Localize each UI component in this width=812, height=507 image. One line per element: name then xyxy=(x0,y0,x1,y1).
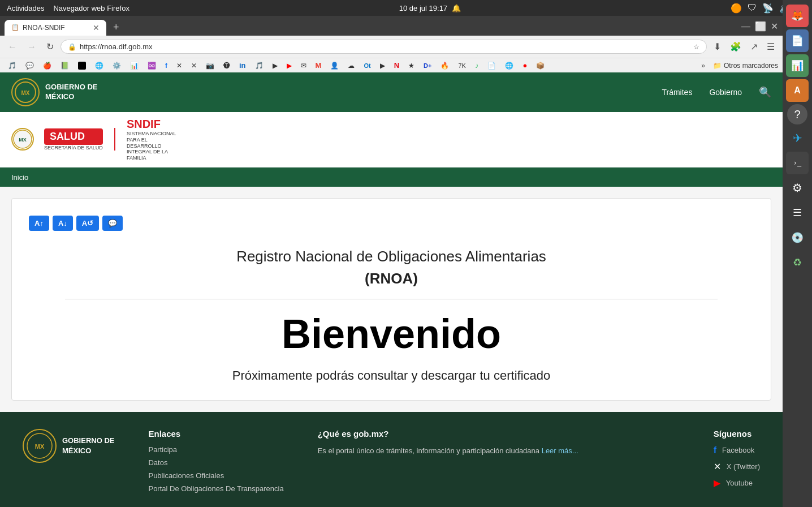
bookmark-x2[interactable]: ✕ xyxy=(188,61,200,71)
bookmark-fire[interactable]: 🔥 xyxy=(437,61,452,71)
bookmark-spotify[interactable]: ♪ xyxy=(472,60,482,71)
yt2-bookmark-icon: ▶ xyxy=(287,62,292,70)
menu-button[interactable]: ☰ xyxy=(763,39,778,54)
font-decrease-button[interactable]: A↓ xyxy=(53,216,73,231)
url-text: https://rnoa.dif.gob.mx xyxy=(80,42,690,51)
bookmark-gear[interactable]: ⚙️ xyxy=(109,61,124,71)
back-button[interactable]: ← xyxy=(5,40,20,54)
bookmark-mail[interactable]: ✉ xyxy=(297,61,310,71)
svg-text:MX: MX xyxy=(21,90,30,96)
minimize-button[interactable]: — xyxy=(741,22,750,32)
bookmark-facebook[interactable]: f xyxy=(162,61,171,71)
bookmark-yt2[interactable]: ▶ xyxy=(283,61,295,71)
otros-marcadores-button[interactable]: 📁 Otros marcadores xyxy=(713,62,778,70)
browser-name-label: Navegador web Firefox xyxy=(53,4,129,12)
bookmark-analytics[interactable]: 📊 xyxy=(127,61,142,71)
bookmark-threads[interactable]: 🅣 xyxy=(220,61,234,71)
footer-link-participa[interactable]: Participa xyxy=(148,445,283,454)
spreadsheet-sidebar-icon[interactable]: 📊 xyxy=(786,54,809,77)
new-tab-button[interactable]: + xyxy=(109,19,124,36)
comment-button[interactable]: 💬 xyxy=(102,216,123,231)
bookmark-cloud[interactable]: ☁ xyxy=(344,61,358,71)
bookmark-green[interactable]: 📗 xyxy=(57,61,72,71)
gov-emblem-small: MX xyxy=(11,128,34,151)
tab-bar: 📋 RNOA-SNDIF ✕ + — ⬜ ✕ xyxy=(5,19,778,36)
bookmark-globe2[interactable]: 🌐 xyxy=(502,61,517,71)
footer-facebook-link[interactable]: f Facebook xyxy=(714,445,760,456)
breadcrumb-inicio[interactable]: Inicio xyxy=(11,173,28,182)
telegram-sidebar-icon[interactable]: ✈ xyxy=(786,127,809,149)
bookmark-star-icon[interactable]: ☆ xyxy=(693,43,699,51)
bookmark-red[interactable]: ● xyxy=(519,60,530,71)
tramites-link[interactable]: Trámites xyxy=(662,88,692,97)
bookmark-black[interactable] xyxy=(75,61,89,71)
save-page-button[interactable]: ⬇ xyxy=(710,39,724,54)
youtube-footer-icon: ▶ xyxy=(714,478,720,488)
bookmark-fb2[interactable]: 📄 xyxy=(484,61,499,71)
close-window-button[interactable]: ✕ xyxy=(771,21,778,32)
share-button[interactable]: ↗ xyxy=(747,39,761,54)
footer-desc-text: Es el portal único de trámites, informac… xyxy=(318,446,539,455)
software-center-sidebar-icon[interactable]: A xyxy=(786,79,809,102)
bookmark-apple[interactable]: 🍎 xyxy=(40,61,55,71)
bookmark-amazon[interactable]: 7K xyxy=(455,61,469,70)
bookmark-infinity[interactable]: ♾️ xyxy=(144,61,159,71)
page-title: Registro Nacional de Obligaciones Alimen… xyxy=(29,248,754,265)
footer-enlaces-col: Enlaces Participa Datos Publicaciones Of… xyxy=(148,429,283,497)
bookmark-whatsapp[interactable]: 💬 xyxy=(22,61,37,71)
gov-search-icon[interactable]: 🔍 xyxy=(759,86,771,98)
bookmark-netflix[interactable]: N xyxy=(391,60,403,71)
settings-sidebar-icon[interactable]: ⚙ xyxy=(786,177,809,199)
footer-logo-line2: MÉXICO xyxy=(62,446,114,456)
bookmark-youtube[interactable]: ▶ xyxy=(269,61,281,71)
reload-button[interactable]: ↻ xyxy=(43,39,57,54)
list-sidebar-icon[interactable]: ☰ xyxy=(786,201,809,224)
bookmark-pkg[interactable]: 📦 xyxy=(533,61,548,71)
firefox-sidebar-icon[interactable]: 🦊 xyxy=(786,5,809,27)
address-bar[interactable]: 🔒 https://rnoa.dif.gob.mx ☆ xyxy=(61,40,707,54)
bookmark-star[interactable]: ★ xyxy=(405,61,418,71)
footer-youtube-link[interactable]: ▶ Youtube xyxy=(714,478,760,488)
bookmark-music[interactable]: 🎵 xyxy=(5,61,20,71)
activities-label[interactable]: Actividades xyxy=(7,4,44,12)
bookmarks-more-button[interactable]: » xyxy=(698,61,709,71)
gobierno-link[interactable]: Gobierno xyxy=(709,88,742,97)
os-topbar-center: 10 de jul 19:17 🔔 xyxy=(399,4,461,12)
bookmark-tiktok[interactable]: 🎵 xyxy=(252,61,267,71)
apple-bookmark-icon: 🍎 xyxy=(43,62,51,70)
terminal-sidebar-icon[interactable]: ›_ xyxy=(786,152,809,174)
facebook-bookmark-icon: f xyxy=(165,62,167,70)
bookmark-disney[interactable]: D+ xyxy=(420,61,435,70)
recycle-sidebar-icon[interactable]: ♻ xyxy=(786,251,809,274)
bookmark-globe[interactable]: 🌐 xyxy=(92,61,107,71)
footer-que-es-desc: Es el portal único de trámites, informac… xyxy=(318,445,680,457)
bookmark-gmail[interactable]: M xyxy=(312,60,325,71)
bookmark-x[interactable]: ✕ xyxy=(173,61,185,71)
font-increase-button[interactable]: A↑ xyxy=(29,216,49,231)
sndif-header: MX SALUD SECRETARÍA DE SALUD SNDIF SISTE… xyxy=(0,112,783,167)
disk-sidebar-icon[interactable]: 💿 xyxy=(786,226,809,249)
tab-close-button[interactable]: ✕ xyxy=(93,23,100,32)
document-sidebar-icon[interactable]: 📄 xyxy=(786,29,809,52)
footer-link-publicaciones[interactable]: Publicaciones Oficiales xyxy=(148,471,283,480)
footer-twitter-link[interactable]: ✕ X (Twitter) xyxy=(714,461,760,472)
bookmark-linkedin[interactable]: in xyxy=(236,60,249,71)
restore-button[interactable]: ⬜ xyxy=(755,21,766,32)
bookmark-drive[interactable]: 👤 xyxy=(327,61,342,71)
help-sidebar-icon[interactable]: ? xyxy=(787,104,807,124)
active-tab[interactable]: 📋 RNOA-SNDIF ✕ xyxy=(5,20,106,36)
gov-logo-circle: MX xyxy=(11,78,40,106)
footer-leer-mas-link[interactable]: Leer más... xyxy=(542,446,578,455)
forward-button[interactable]: → xyxy=(24,40,40,54)
outlook-bookmark-icon: Ot xyxy=(364,62,370,69)
twitter-footer-label: X (Twitter) xyxy=(727,462,760,471)
welcome-text: Bienvenido xyxy=(29,311,754,357)
bookmark-instagram[interactable]: 📷 xyxy=(202,61,218,71)
footer-enlaces-title: Enlaces xyxy=(148,429,283,439)
footer-link-portal[interactable]: Portal De Obligaciones De Transparencia xyxy=(148,484,283,493)
footer-link-datos[interactable]: Datos xyxy=(148,458,283,467)
font-reset-button[interactable]: A↺ xyxy=(76,216,99,231)
extension-button[interactable]: 🧩 xyxy=(727,39,745,54)
bookmark-play[interactable]: ▶ xyxy=(377,61,388,71)
bookmark-outlook[interactable]: Ot xyxy=(360,61,374,70)
